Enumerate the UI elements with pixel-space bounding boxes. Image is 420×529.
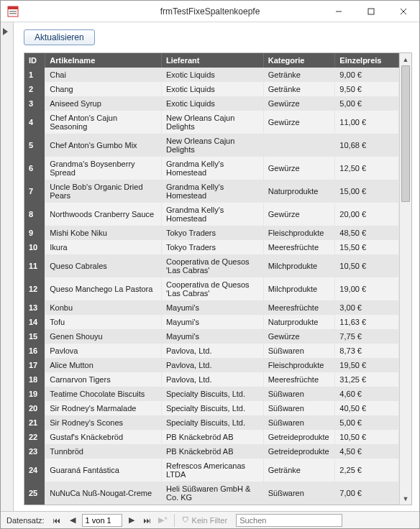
cell-name: NuNuCa Nuß-Nougat-Creme	[45, 482, 162, 505]
cell-supplier: Tokyo Traders	[161, 226, 263, 240]
table-row[interactable]: 24Guaraná FantásticaRefrescos Americanas…	[24, 459, 399, 482]
cell-price: 40,50 €	[335, 401, 399, 415]
cell-name: Carnarvon Tigers	[45, 372, 162, 387]
cell-category: Getreideprodukte	[263, 444, 335, 459]
table-row[interactable]: 5Chef Anton's Gumbo MixNew Orleans Cajun…	[24, 134, 399, 157]
nav-filter[interactable]: ⛉ Kein Filter	[178, 516, 232, 525]
scroll-down-icon[interactable]: ▼	[400, 492, 411, 505]
col-supplier[interactable]: Lieferant	[161, 53, 263, 68]
nav-separator	[174, 514, 175, 527]
nav-next-button[interactable]: ▶	[124, 513, 140, 528]
refresh-button[interactable]: Aktualisieren	[24, 29, 95, 45]
cell-supplier: Mayumi's	[161, 315, 263, 329]
cell-name: Guaraná Fantástica	[45, 459, 162, 482]
cell-category: Fleischprodukte	[263, 226, 335, 240]
cell-name: Northwoods Cranberry Sauce	[45, 203, 162, 226]
nav-prev-button[interactable]: ◀	[65, 513, 81, 528]
cell-price: 12,50 €	[335, 157, 399, 180]
col-id[interactable]: ID	[24, 53, 45, 68]
cell-name: Konbu	[45, 300, 162, 315]
cell-id: 6	[24, 157, 45, 180]
cell-id: 21	[24, 415, 45, 430]
table-row[interactable]: 6Grandma's Boysenberry SpreadGrandma Kel…	[24, 157, 399, 180]
table-row[interactable]: 16PavlovaPavlova, Ltd.Süßwaren8,73 €	[24, 344, 399, 358]
cell-category: Gewürze	[263, 157, 335, 180]
nav-label: Datensatz:	[1, 516, 49, 525]
record-selector[interactable]	[1, 22, 14, 511]
scroll-up-icon[interactable]: ▲	[400, 53, 411, 65]
table-row[interactable]: 10IkuraTokyo TradersMeeresfrüchte15,50 €	[24, 240, 399, 254]
table-row[interactable]: 3Aniseed SyrupExotic LiquidsGewürze5,00 …	[24, 96, 399, 111]
table-row[interactable]: 14TofuMayumi'sNaturprodukte11,63 €	[24, 315, 399, 329]
nav-first-button[interactable]: ⏮	[49, 513, 65, 528]
table-row[interactable]: 13KonbuMayumi'sMeeresfrüchte3,00 €	[24, 300, 399, 315]
cell-supplier: Refrescos Americanas LTDA	[161, 459, 263, 482]
cell-id: 10	[24, 240, 45, 254]
cell-price: 19,50 €	[335, 358, 399, 372]
current-record-marker-icon	[3, 28, 8, 35]
table-row[interactable]: 9Mishi Kobe NikuTokyo TradersFleischprod…	[24, 226, 399, 240]
table-row[interactable]: 23TunnbrödPB Knäckebröd ABGetreideproduk…	[24, 444, 399, 459]
svg-rect-3	[9, 13, 17, 14]
cell-category: Fleischprodukte	[263, 358, 335, 372]
nav-position-input[interactable]	[82, 514, 122, 527]
cell-category: Gewürze	[263, 329, 335, 344]
table-row[interactable]: 19Teatime Chocolate BiscuitsSpecialty Bi…	[24, 387, 399, 401]
table-row[interactable]: 25NuNuCa Nuß-Nougat-CremeHeli Süßwaren G…	[24, 482, 399, 505]
col-category[interactable]: Kategorie	[263, 53, 335, 68]
cell-category: Getränke	[263, 459, 335, 482]
nav-new-button[interactable]: ▶*	[155, 513, 171, 528]
table-row[interactable]: 21Sir Rodney's SconesSpecialty Biscuits,…	[24, 415, 399, 430]
cell-id: 24	[24, 459, 45, 482]
cell-price: 2,25 €	[335, 459, 399, 482]
cell-id: 9	[24, 226, 45, 240]
cell-category: Meeresfrüchte	[263, 372, 335, 387]
table-row[interactable]: 7Uncle Bob's Organic Dried PearsGrandma …	[24, 180, 399, 203]
data-grid: ID Artikelname Lieferant Kategorie Einze…	[24, 52, 412, 505]
cell-name: Queso Manchego La Pastora	[45, 277, 162, 300]
cell-supplier: Specialty Biscuits, Ltd.	[161, 387, 263, 401]
table-row[interactable]: 2ChangExotic LiquidsGetränke9,50 €	[24, 82, 399, 96]
cell-price: 11,00 €	[335, 111, 399, 134]
cell-supplier: Pavlova, Ltd.	[161, 372, 263, 387]
table-row[interactable]: 12Queso Manchego La PastoraCooperativa d…	[24, 277, 399, 300]
form-body: Aktualisieren ID Artikelname Lieferant K…	[1, 22, 419, 511]
cell-id: 1	[24, 68, 45, 82]
nav-last-button[interactable]: ⏭	[140, 513, 155, 528]
table-row[interactable]: 17Alice MuttonPavlova, Ltd.Fleischproduk…	[24, 358, 399, 372]
table-row[interactable]: 4Chef Anton's Cajun SeasoningNew Orleans…	[24, 111, 399, 134]
table-row[interactable]: 11Queso CabralesCooperativa de Quesos 'L…	[24, 254, 399, 277]
cell-price: 20,00 €	[335, 203, 399, 226]
table-row[interactable]: 8Northwoods Cranberry SauceGrandma Kelly…	[24, 203, 399, 226]
table-row[interactable]: 22Gustaf's KnäckebrödPB Knäckebröd ABGet…	[24, 430, 399, 444]
cell-id: 20	[24, 401, 45, 415]
cell-supplier: Specialty Biscuits, Ltd.	[161, 401, 263, 415]
table-row[interactable]: 18Carnarvon TigersPavlova, Ltd.Meeresfrü…	[24, 372, 399, 387]
scroll-thumb[interactable]	[401, 65, 410, 202]
cell-supplier: Cooperativa de Quesos 'Las Cabras'	[161, 277, 263, 300]
cell-name: Grandma's Boysenberry Spread	[45, 157, 162, 180]
cell-id: 11	[24, 254, 45, 277]
cell-category: Milchprodukte	[263, 277, 335, 300]
vertical-scrollbar[interactable]: ▲ ▼	[399, 53, 411, 505]
cell-id: 15	[24, 329, 45, 344]
close-button[interactable]	[387, 1, 419, 22]
cell-category: Meeresfrüchte	[263, 240, 335, 254]
col-name[interactable]: Artikelname	[45, 53, 162, 68]
cell-id: 18	[24, 372, 45, 387]
minimize-button[interactable]	[322, 1, 355, 22]
cell-name: Sir Rodney's Scones	[45, 415, 162, 430]
cell-supplier: Grandma Kelly's Homestead	[161, 203, 263, 226]
nav-search-input[interactable]	[236, 514, 342, 527]
cell-price: 10,50 €	[335, 430, 399, 444]
table-row[interactable]: 1ChaiExotic LiquidsGetränke9,00 €	[24, 68, 399, 82]
maximize-button[interactable]	[355, 1, 387, 22]
cell-category: Süßwaren	[263, 415, 335, 430]
cell-supplier: Exotic Liquids	[161, 96, 263, 111]
record-navigator: Datensatz: ⏮ ◀ ▶ ⏭ ▶* ⛉ Kein Filter	[1, 511, 419, 528]
cell-supplier: Exotic Liquids	[161, 82, 263, 96]
col-price[interactable]: Einzelpreis	[335, 53, 399, 68]
table-row[interactable]: 15Genen ShouyuMayumi'sGewürze7,75 €	[24, 329, 399, 344]
cell-price: 31,25 €	[335, 372, 399, 387]
table-row[interactable]: 20Sir Rodney's MarmaladeSpecialty Biscui…	[24, 401, 399, 415]
